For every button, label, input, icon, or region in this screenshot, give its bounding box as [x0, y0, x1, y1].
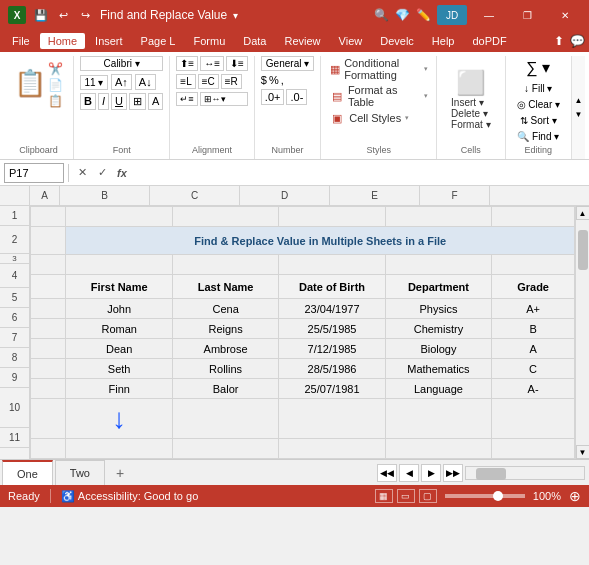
cell-a2[interactable]	[31, 227, 66, 255]
cell-a5[interactable]	[31, 299, 66, 319]
row-header-11[interactable]: 11	[0, 428, 29, 448]
cell-b5[interactable]: John	[66, 299, 172, 319]
ribbon-scroll-up[interactable]: ▲	[572, 94, 586, 108]
cell-c10[interactable]	[172, 399, 278, 439]
scroll-down-button[interactable]: ▼	[576, 445, 590, 459]
bottom-align-button[interactable]: ⬇≡	[226, 56, 248, 71]
font-size-dropdown[interactable]: 11 ▾	[80, 75, 108, 90]
clear-button[interactable]: ◎ Clear ▾	[514, 98, 563, 111]
cells-button[interactable]: ⬜ Insert ▾ Delete ▾ Format ▾	[445, 56, 496, 143]
format-table-button[interactable]: ▤ Format as Table ▾	[327, 83, 430, 109]
right-align-button[interactable]: ≡R	[221, 74, 242, 89]
comma-button[interactable]: ,	[281, 74, 284, 86]
cell-d10[interactable]	[279, 399, 385, 439]
format-btn[interactable]: Format ▾	[451, 119, 490, 130]
cell-a10[interactable]	[31, 399, 66, 439]
row-header-5[interactable]: 5	[0, 288, 29, 308]
paste-icon[interactable]: 📋	[48, 94, 63, 108]
cell-d6[interactable]: 25/5/1985	[279, 319, 385, 339]
sheet-scroll-left[interactable]: ◀	[399, 464, 419, 482]
row-header-3[interactable]: 3	[0, 254, 29, 264]
scroll-thumb[interactable]	[578, 230, 588, 270]
menu-view[interactable]: View	[331, 33, 371, 49]
scroll-up-button[interactable]: ▲	[576, 206, 590, 220]
row-header-9[interactable]: 9	[0, 368, 29, 388]
sheet-scroll-right-right[interactable]: ▶▶	[443, 464, 463, 482]
col-header-d[interactable]: D	[240, 186, 330, 205]
menu-formulas[interactable]: Formu	[185, 33, 233, 49]
border-button[interactable]: ⊞	[129, 93, 146, 110]
merge-center-button[interactable]: ⊞↔▾	[200, 92, 248, 106]
page-break-view-button[interactable]: ▢	[419, 489, 437, 503]
menu-home[interactable]: Home	[40, 33, 85, 49]
formula-confirm-button[interactable]: ✓	[93, 164, 111, 182]
row-header-1[interactable]: 1	[0, 206, 29, 226]
sort-filter-button[interactable]: ⇅ Sort ▾	[517, 114, 560, 127]
middle-align-button[interactable]: ↔≡	[200, 56, 224, 71]
center-align-button[interactable]: ≡C	[198, 74, 219, 89]
profile-btn[interactable]: JD	[437, 5, 467, 25]
currency-button[interactable]: $	[261, 74, 267, 86]
row-header-6[interactable]: 6	[0, 308, 29, 328]
sheet-tab-one[interactable]: One	[2, 460, 53, 485]
scroll-track[interactable]	[576, 220, 589, 445]
insert-btn[interactable]: Insert ▾	[451, 97, 490, 108]
col-department[interactable]: Department	[385, 275, 491, 299]
cell-a8[interactable]	[31, 359, 66, 379]
search-icon[interactable]: 🔍	[374, 8, 389, 22]
edit-icon[interactable]: ✏️	[416, 8, 431, 22]
cell-f7[interactable]: A	[492, 339, 575, 359]
cell-e6[interactable]: Chemistry	[385, 319, 491, 339]
zoom-thumb[interactable]	[493, 491, 503, 501]
menu-dopdf[interactable]: doPDF	[464, 33, 514, 49]
cell-a9[interactable]	[31, 379, 66, 399]
save-button[interactable]: 💾	[32, 6, 50, 24]
formula-input[interactable]	[135, 163, 585, 183]
normal-view-button[interactable]: ▦	[375, 489, 393, 503]
menu-page-layout[interactable]: Page L	[133, 33, 184, 49]
cell-c1[interactable]	[172, 207, 278, 227]
vertical-scrollbar[interactable]: ▲ ▼	[575, 206, 589, 459]
h-scroll-thumb[interactable]	[476, 468, 506, 480]
cell-f5[interactable]: A+	[492, 299, 575, 319]
cell-f3[interactable]	[492, 255, 575, 275]
cell-b9[interactable]: Finn	[66, 379, 172, 399]
title-cell[interactable]: Find & Replace Value in Multiple Sheets …	[66, 227, 575, 255]
cell-a11[interactable]	[31, 439, 66, 459]
wrap-text-button[interactable]: ↵≡	[176, 92, 197, 106]
cell-e7[interactable]: Biology	[385, 339, 491, 359]
cell-e1[interactable]	[385, 207, 491, 227]
col-first-name[interactable]: First Name	[66, 275, 172, 299]
col-header-a[interactable]: A	[30, 186, 60, 205]
cell-f10[interactable]	[492, 399, 575, 439]
fill-color-button[interactable]: A	[148, 93, 163, 110]
cell-e9[interactable]: Language	[385, 379, 491, 399]
row-header-2[interactable]: 2	[0, 226, 29, 254]
conditional-formatting-button[interactable]: ▦ Conditional Formatting ▾	[327, 56, 430, 82]
cell-d9[interactable]: 25/07/1981	[279, 379, 385, 399]
cell-d8[interactable]: 28/5/1986	[279, 359, 385, 379]
decrease-font-button[interactable]: A↓	[135, 74, 156, 90]
cut-icon[interactable]: ✂️	[48, 62, 63, 76]
autosum-button[interactable]: ∑ ▾	[524, 56, 552, 79]
col-header-c[interactable]: C	[150, 186, 240, 205]
sheet-scroll-right[interactable]: ▶	[421, 464, 441, 482]
delete-btn[interactable]: Delete ▾	[451, 108, 490, 119]
cell-c8[interactable]: Rollins	[172, 359, 278, 379]
find-select-button[interactable]: 🔍 Find ▾	[514, 130, 562, 143]
add-sheet-button[interactable]: +	[107, 462, 133, 484]
col-header-f[interactable]: F	[420, 186, 490, 205]
cell-f8[interactable]: C	[492, 359, 575, 379]
copy-icon[interactable]: 📄	[48, 78, 63, 92]
minimize-button[interactable]: —	[473, 5, 505, 25]
cell-a4[interactable]	[31, 275, 66, 299]
menu-review[interactable]: Review	[277, 33, 329, 49]
cell-b8[interactable]: Seth	[66, 359, 172, 379]
share-icon[interactable]: 💎	[395, 8, 410, 22]
cell-reference-box[interactable]: P17	[4, 163, 64, 183]
cell-b1[interactable]	[66, 207, 172, 227]
row-header-7[interactable]: 7	[0, 328, 29, 348]
cell-c6[interactable]: Reigns	[172, 319, 278, 339]
number-format-dropdown[interactable]: General ▾	[261, 56, 314, 71]
cell-a1[interactable]	[31, 207, 66, 227]
